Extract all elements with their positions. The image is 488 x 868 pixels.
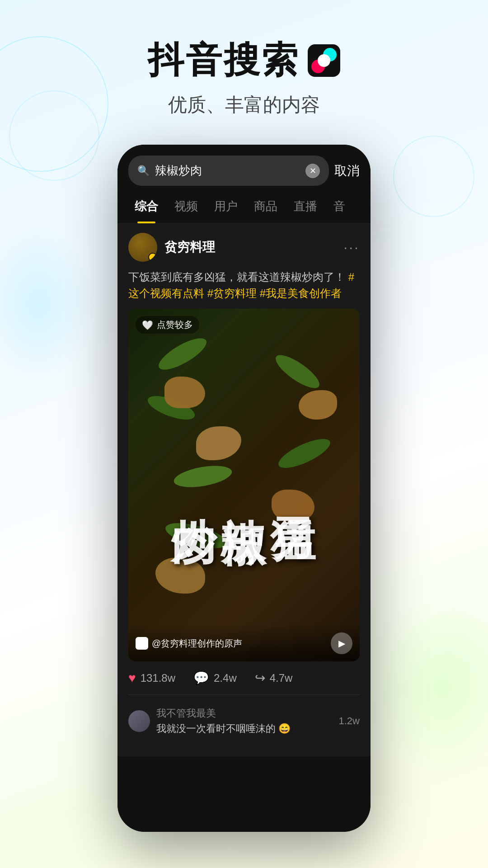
video-thumbnail[interactable]: 🤍 点赞较多 勇猛辣椒炒肉 @贫穷料理创作的原声 — [128, 309, 360, 661]
deco-glow-left — [0, 226, 95, 384]
tab-comprehensive[interactable]: 综合 — [127, 189, 166, 223]
phone-frame: 🔍 辣椒炒肉 ✕ 取消 综合 视频 用户 商品 直播 音 — [117, 145, 371, 832]
comment-preview: 我不管我最美 我就没一次看时不咽唾沫的 😄 1.2w — [128, 694, 360, 747]
user-card: 贫穷料理 ··· — [128, 233, 360, 262]
search-query-text: 辣椒炒肉 — [155, 163, 300, 179]
deco-glow-right — [375, 597, 488, 778]
search-clear-button[interactable]: ✕ — [305, 164, 320, 178]
tab-video[interactable]: 视频 — [166, 189, 206, 223]
shares-count: 4.7w — [270, 672, 293, 684]
video-source: @贫穷料理创作的原声 — [136, 637, 242, 650]
comments-count: 2.4w — [214, 672, 237, 684]
comment-item: 我不管我最美 我就没一次看时不咽唾沫的 😄 1.2w — [128, 702, 360, 740]
search-icon: 🔍 — [137, 165, 150, 177]
search-bar: 🔍 辣椒炒肉 ✕ 取消 — [117, 145, 371, 186]
heart-icon: ♥ — [128, 671, 136, 685]
comment-avatar — [128, 710, 150, 732]
shares-stat[interactable]: ↪ 4.7w — [255, 670, 293, 685]
tab-product[interactable]: 商品 — [246, 189, 286, 223]
tab-user[interactable]: 用户 — [206, 189, 246, 223]
comment-user: 我不管我最美 — [156, 707, 333, 720]
header-section: 抖音搜索 优质、丰富的内容 — [0, 0, 488, 118]
likes-badge: 🤍 点赞较多 — [136, 316, 199, 334]
likes-stat[interactable]: ♥ 131.8w — [128, 670, 175, 685]
search-input-wrap[interactable]: 🔍 辣椒炒肉 ✕ — [128, 156, 329, 186]
more-options-button[interactable]: ··· — [343, 239, 360, 256]
nav-tabs: 综合 视频 用户 商品 直播 音 — [117, 189, 371, 224]
post-description: 下饭菜到底有多凶猛，就看这道辣椒炒肉了！ #这个视频有点料 #贫穷料理 #我是美… — [128, 269, 360, 302]
tab-audio[interactable]: 音 — [325, 189, 353, 223]
phone-container: 🔍 辣椒炒肉 ✕ 取消 综合 视频 用户 商品 直播 音 — [117, 145, 371, 832]
stats-row: ♥ 131.8w 💬 2.4w ↪ 4.7w — [128, 661, 360, 694]
phone-screen: 🔍 辣椒炒肉 ✕ 取消 综合 视频 用户 商品 直播 音 — [117, 145, 371, 832]
share-icon: ↪ — [255, 670, 265, 685]
tiktok-logo-inner — [318, 54, 330, 67]
video-source-text: @贫穷料理创作的原声 — [152, 637, 242, 650]
comment-icon: 💬 — [193, 670, 209, 685]
user-name[interactable]: 贫穷料理 — [164, 239, 336, 256]
post-description-text: 下饭菜到底有多凶猛，就看这道辣椒炒肉了！ — [128, 271, 345, 283]
video-bottom-bar: @贫穷料理创作的原声 ▶ — [128, 623, 360, 661]
app-title-text: 抖音搜索 — [148, 36, 300, 85]
main-title: 抖音搜索 — [0, 36, 488, 85]
play-button[interactable]: ▶ — [331, 632, 352, 654]
tab-live[interactable]: 直播 — [286, 189, 325, 223]
deco-circle-3 — [393, 136, 474, 217]
comment-content: 我就没一次看时不咽唾沫的 😄 — [156, 722, 333, 736]
subtitle-text: 优质、丰富的内容 — [0, 92, 488, 118]
tiktok-logo — [308, 44, 340, 77]
content-area: 贫穷料理 ··· 下饭菜到底有多凶猛，就看这道辣椒炒肉了！ #这个视频有点料 #… — [117, 224, 371, 756]
verified-badge — [148, 253, 157, 262]
food-visual — [128, 309, 360, 661]
comments-stat[interactable]: 💬 2.4w — [193, 670, 237, 685]
likes-badge-text: 点赞较多 — [157, 319, 193, 331]
comment-likes: 1.2w — [339, 715, 360, 727]
avatar — [128, 233, 157, 262]
cancel-button[interactable]: 取消 — [334, 162, 360, 179]
tiktok-icon-small — [136, 637, 148, 650]
heart-icon-small: 🤍 — [142, 320, 153, 330]
video-background: 🤍 点赞较多 勇猛辣椒炒肉 @贫穷料理创作的原声 — [128, 309, 360, 661]
likes-count: 131.8w — [141, 672, 175, 684]
comment-text-wrap: 我不管我最美 我就没一次看时不咽唾沫的 😄 — [156, 707, 333, 736]
video-overlay-dark — [128, 309, 360, 661]
